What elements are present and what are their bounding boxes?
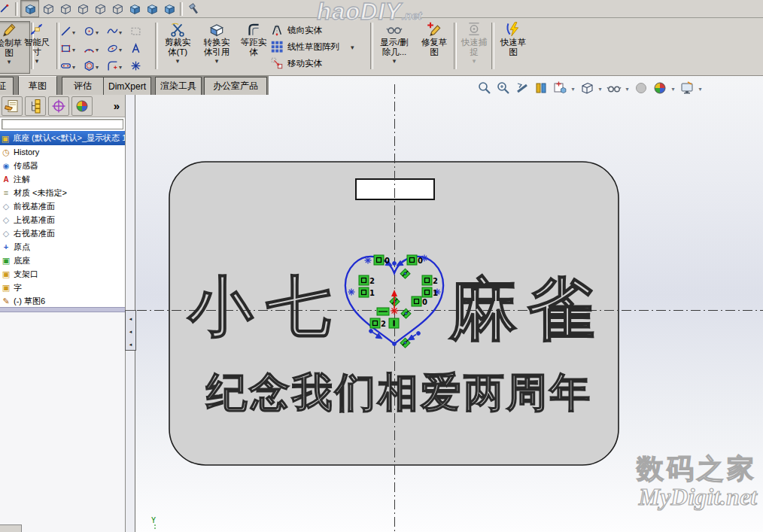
solidworks-window: 小七 麻雀 纪念我们相爱两周年 0 0 2 xyxy=(0,0,763,532)
panel-lower-pane xyxy=(0,311,125,532)
smart-dimension-button[interactable]: 智能尺寸 xyxy=(19,21,55,72)
view-cube-button[interactable] xyxy=(108,1,126,17)
configurationmanager-tab-button[interactable] xyxy=(48,96,69,116)
chevron-down-icon[interactable] xyxy=(176,57,180,65)
chevron-down-icon[interactable] xyxy=(95,61,99,71)
apply-scene-button[interactable] xyxy=(678,80,695,97)
panel-expand-icon[interactable] xyxy=(114,99,123,112)
chevron-down-icon[interactable] xyxy=(118,26,122,37)
view-cube-button[interactable] xyxy=(91,1,108,17)
tree-item-material[interactable]: 材质 <未指定> xyxy=(0,186,125,199)
repair-sketch-button[interactable]: 修复草图 xyxy=(415,21,453,72)
chevron-down-icon[interactable] xyxy=(597,83,603,93)
tree-item-label: 注解 xyxy=(14,174,30,185)
tree-item-origin[interactable]: 原点 xyxy=(0,240,125,254)
linear-pattern-button[interactable]: 线性草图阵列 xyxy=(270,38,354,55)
chevron-down-icon[interactable] xyxy=(351,41,354,52)
displaymanager-tab-button[interactable] xyxy=(71,96,93,116)
chevron-down-icon[interactable] xyxy=(71,61,75,71)
rapid-sketch-button[interactable]: 快速草图 xyxy=(494,21,532,72)
chevron-down-icon[interactable] xyxy=(8,58,11,65)
convert-entities-label: 转换实体引用 xyxy=(201,38,233,57)
previous-view-button[interactable] xyxy=(513,80,530,97)
tree-item-history[interactable]: History xyxy=(0,145,125,159)
watermark-top-suffix: .net xyxy=(402,9,422,22)
chevron-down-icon[interactable] xyxy=(95,26,99,37)
chevron-down-icon[interactable] xyxy=(624,83,631,93)
view-shaded-button[interactable] xyxy=(160,1,178,17)
convert-entities-button[interactable]: 转换实体引用 xyxy=(198,21,236,72)
mirror-entities-label: 镜向实体 xyxy=(287,25,322,36)
tree-item-annotations[interactable]: 注解 xyxy=(0,172,125,186)
clipped-tool-icon[interactable] xyxy=(0,1,13,17)
chevron-down-icon[interactable] xyxy=(393,57,397,65)
fillet-tool[interactable] xyxy=(107,57,130,74)
propertymanager-tab-button[interactable] xyxy=(25,96,46,116)
ellipse-tool[interactable] xyxy=(107,40,130,57)
text-tool[interactable] xyxy=(130,40,154,57)
featuremanager-tab-button[interactable] xyxy=(2,96,23,116)
chevron-down-icon[interactable] xyxy=(570,83,576,93)
tree-root-label: 底座 (默认<<默认>_显示状态 1 xyxy=(13,132,125,144)
tree-item-right-plane[interactable]: 右视基准面 xyxy=(0,226,125,240)
view-shaded-button[interactable] xyxy=(143,1,160,17)
tree-item-text[interactable]: 字 xyxy=(0,281,125,294)
view-shaded-button[interactable] xyxy=(126,1,143,17)
arc-tool[interactable] xyxy=(84,40,107,57)
panel-splitter[interactable] xyxy=(125,95,135,532)
tree-item-label: 底座 xyxy=(14,255,30,266)
edit-appearance-button[interactable] xyxy=(651,80,668,97)
view-orientation-button[interactable] xyxy=(551,80,568,97)
offset-entities-button[interactable]: 等距实体 xyxy=(236,21,271,72)
chevron-down-icon[interactable] xyxy=(71,44,75,54)
tab-office-products[interactable]: 办公室产品 xyxy=(204,77,267,95)
chevron-down-icon[interactable] xyxy=(95,44,99,54)
section-view-button[interactable] xyxy=(532,80,549,97)
tree-item-top-plane[interactable]: 上视基准面 xyxy=(0,213,125,226)
tab-evaluate[interactable]: 评估 xyxy=(62,77,104,95)
tab-dimxpert[interactable]: DimXpert xyxy=(103,77,151,95)
chevron-down-icon[interactable] xyxy=(118,44,122,54)
panel-split-bar[interactable] xyxy=(0,307,125,312)
chevron-down-icon[interactable] xyxy=(118,61,122,71)
point-tool[interactable] xyxy=(130,57,154,74)
tree-item-base[interactable]: 底座 xyxy=(0,254,125,267)
circle-tool[interactable] xyxy=(84,23,107,40)
spline-tool[interactable] xyxy=(107,23,130,40)
sketch-icon xyxy=(1,296,11,306)
tab-render-tools[interactable]: 渲染工具 xyxy=(155,77,202,95)
line-tool[interactable] xyxy=(60,23,84,40)
tree-item-bracket[interactable]: 支架口 xyxy=(0,267,125,281)
tree-filter-box[interactable] xyxy=(2,119,123,129)
chevron-down-icon[interactable] xyxy=(215,57,219,65)
slot-tool[interactable] xyxy=(60,57,84,74)
tree-item-front-plane[interactable]: 前视基准面 xyxy=(0,199,125,213)
display-style-button[interactable] xyxy=(578,80,595,97)
view-cube-button[interactable] xyxy=(39,1,56,17)
toolbar-separator xyxy=(180,2,183,16)
tree-root-item[interactable]: 底座 (默认<<默认>_显示状态 1 xyxy=(0,131,125,145)
hide-show-items-button[interactable] xyxy=(605,80,622,97)
view-isometric-button[interactable] xyxy=(20,0,39,17)
zoom-to-fit-button[interactable] xyxy=(476,80,493,97)
chevron-down-icon[interactable] xyxy=(697,83,704,93)
chevron-down-icon[interactable] xyxy=(71,26,75,37)
zoom-to-area-button[interactable] xyxy=(494,80,512,97)
display-delete-relations-button[interactable]: 显示/删除几... xyxy=(374,21,415,72)
tab-features[interactable]: 征 xyxy=(0,77,14,95)
tree-item-sketch6[interactable]: (-) 草图6 xyxy=(0,294,125,308)
chevron-down-icon[interactable] xyxy=(35,57,39,65)
view-cube-button[interactable] xyxy=(56,1,74,17)
flashlight-button[interactable] xyxy=(185,1,202,17)
polygon-tool[interactable] xyxy=(84,57,107,74)
tree-item-sensors[interactable]: 传感器 xyxy=(0,159,125,172)
rectangle-tool[interactable] xyxy=(60,40,84,57)
chevron-down-icon[interactable] xyxy=(670,83,676,93)
move-entities-button[interactable]: 移动实体 xyxy=(270,55,354,71)
tab-sketch[interactable]: 草图 xyxy=(18,75,57,95)
trim-entities-button[interactable]: 剪裁实体(T) xyxy=(158,21,197,72)
quick-snaps-button: 快速捕捉 xyxy=(457,21,491,72)
panel-collapse-handle[interactable] xyxy=(125,310,136,351)
shadows-button[interactable] xyxy=(632,80,649,97)
view-cube-button[interactable] xyxy=(74,1,91,17)
